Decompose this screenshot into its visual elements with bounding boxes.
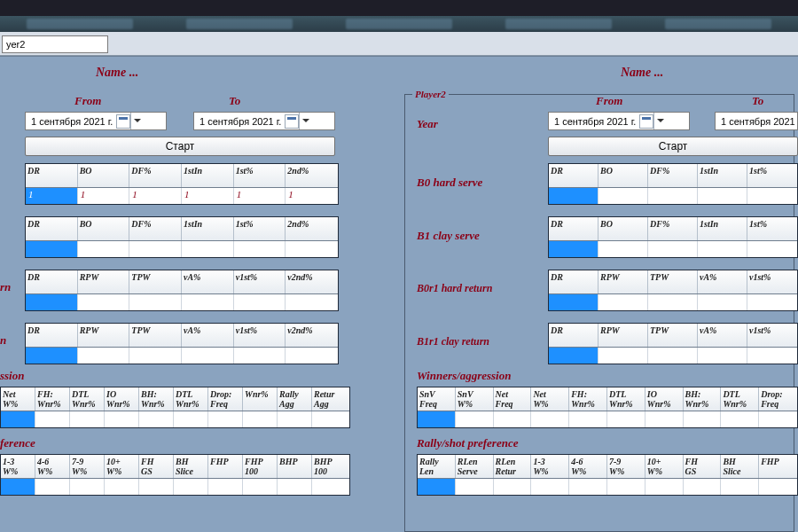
col-header[interactable]: Drop:Freq: [208, 387, 243, 411]
col-header[interactable]: IOWnr%: [645, 387, 684, 411]
cell[interactable]: [607, 411, 645, 427]
left-date-from[interactable]: 1 сентября 2021 г.: [25, 112, 167, 130]
col-header[interactable]: DR: [549, 270, 598, 293]
cell[interactable]: [684, 479, 722, 495]
col-header[interactable]: vA%: [182, 324, 234, 347]
col-header[interactable]: v1st%: [234, 324, 286, 347]
cell[interactable]: [278, 479, 312, 495]
col-header[interactable]: v1st%: [747, 324, 797, 347]
cell[interactable]: [549, 348, 598, 364]
cell[interactable]: [531, 411, 569, 427]
cell[interactable]: [648, 294, 698, 310]
col-header[interactable]: FH:Wnr%: [35, 387, 70, 411]
col-header[interactable]: v2nd%: [286, 324, 338, 347]
col-header[interactable]: SnVW%: [456, 387, 494, 411]
col-header[interactable]: RPW: [598, 270, 648, 293]
col-header[interactable]: DR: [549, 217, 598, 240]
cell[interactable]: [698, 241, 747, 257]
cell[interactable]: [549, 188, 598, 204]
col-header[interactable]: 10+W%: [105, 455, 139, 478]
col-header[interactable]: BH:Wnr%: [139, 387, 174, 411]
col-header[interactable]: BHSlice: [174, 455, 208, 478]
col-header[interactable]: DR: [26, 164, 78, 187]
cell[interactable]: [747, 348, 797, 364]
col-header[interactable]: DF%: [648, 217, 698, 240]
cell[interactable]: [456, 479, 494, 495]
col-header[interactable]: DR: [26, 324, 78, 347]
col-header[interactable]: 7-9W%: [607, 455, 645, 478]
cell[interactable]: [549, 241, 598, 257]
col-header[interactable]: 1stIn: [182, 217, 234, 240]
col-header[interactable]: TPW: [129, 270, 182, 293]
col-header[interactable]: BHP100: [312, 455, 347, 478]
cell[interactable]: [234, 348, 286, 364]
col-header[interactable]: BH:Wnr%: [684, 387, 722, 411]
col-header[interactable]: Drop:Freq: [759, 387, 797, 411]
col-header[interactable]: BHP: [278, 455, 312, 478]
col-header[interactable]: RPW: [598, 324, 648, 347]
cell[interactable]: [531, 479, 569, 495]
cell[interactable]: [182, 241, 234, 257]
chevron-down-icon[interactable]: [653, 113, 666, 129]
col-header[interactable]: 7-9W%: [70, 455, 105, 478]
col-header[interactable]: DR: [26, 217, 78, 240]
col-header[interactable]: FHP: [208, 455, 243, 478]
col-header[interactable]: BO: [598, 217, 648, 240]
cell[interactable]: [645, 479, 684, 495]
col-header[interactable]: DF%: [648, 164, 698, 187]
col-header[interactable]: v2nd%: [286, 270, 338, 293]
col-header[interactable]: RLenServe: [456, 455, 494, 478]
col-header[interactable]: DR: [549, 164, 598, 187]
col-header[interactable]: 1st%: [234, 164, 286, 187]
cell[interactable]: [78, 348, 130, 364]
cell[interactable]: [648, 348, 698, 364]
cell[interactable]: [286, 348, 338, 364]
cell[interactable]: [648, 241, 698, 257]
cell[interactable]: [456, 411, 494, 427]
col-header[interactable]: DTLWnr%: [174, 387, 208, 411]
cell[interactable]: [312, 411, 347, 427]
col-header[interactable]: BHSlice: [721, 455, 759, 478]
cell[interactable]: [494, 411, 532, 427]
cell[interactable]: [78, 241, 130, 257]
col-header[interactable]: vA%: [182, 270, 234, 293]
col-header[interactable]: DF%: [129, 164, 182, 187]
col-header[interactable]: 1stIn: [182, 164, 234, 187]
cell[interactable]: 1: [182, 188, 234, 204]
cell[interactable]: [569, 411, 607, 427]
cell[interactable]: [549, 294, 598, 310]
cell[interactable]: [26, 348, 78, 364]
address-input[interactable]: [2, 35, 108, 53]
cell[interactable]: [286, 241, 338, 257]
col-header[interactable]: RPW: [78, 324, 130, 347]
cell[interactable]: [418, 411, 456, 427]
cell[interactable]: 1: [234, 188, 286, 204]
cell[interactable]: [105, 411, 139, 427]
col-header[interactable]: TPW: [648, 324, 698, 347]
cell[interactable]: [312, 479, 347, 495]
col-header[interactable]: 1-3W%: [1, 455, 35, 478]
left-date-to[interactable]: 1 сентября 2021 г.: [193, 112, 335, 130]
right-date-to[interactable]: 1 сентября 2021 г.: [715, 112, 798, 130]
cell[interactable]: [598, 241, 648, 257]
right-start-button[interactable]: Старт: [548, 137, 798, 156]
cell[interactable]: [174, 411, 208, 427]
col-header[interactable]: 4-6W%: [35, 455, 70, 478]
cell[interactable]: [35, 411, 70, 427]
cell[interactable]: [759, 479, 797, 495]
cell[interactable]: [139, 479, 174, 495]
col-header[interactable]: RallyLen: [418, 455, 456, 478]
left-start-button[interactable]: Старт: [25, 137, 335, 156]
cell[interactable]: [747, 241, 797, 257]
cell[interactable]: [182, 294, 234, 310]
cell[interactable]: [70, 411, 105, 427]
cell[interactable]: [234, 241, 286, 257]
chevron-down-icon[interactable]: [299, 113, 311, 129]
cell[interactable]: [645, 411, 684, 427]
cell[interactable]: [35, 479, 70, 495]
col-header[interactable]: BO: [78, 164, 130, 187]
cell[interactable]: [598, 188, 648, 204]
cell[interactable]: 1: [129, 188, 182, 204]
cell[interactable]: [26, 241, 78, 257]
col-header[interactable]: DR: [549, 324, 598, 347]
